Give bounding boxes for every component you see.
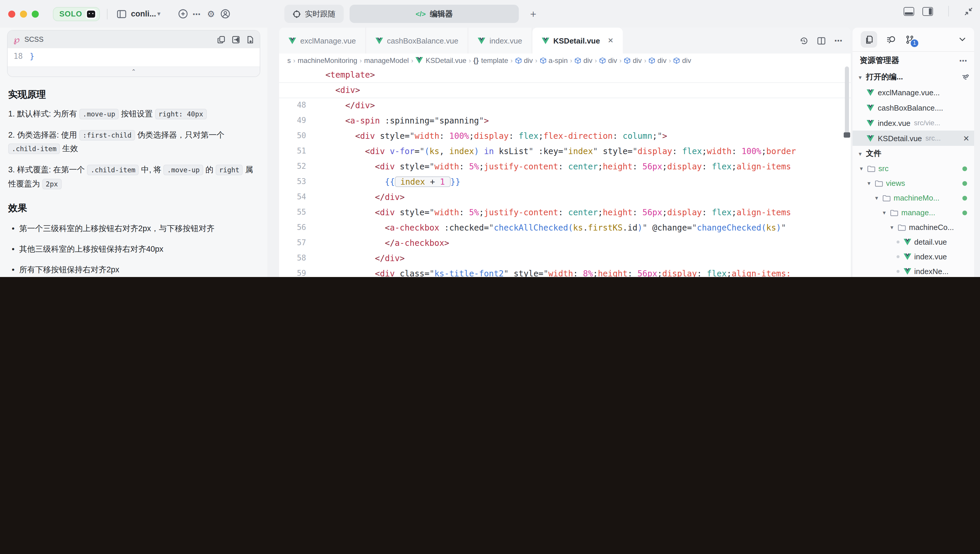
views-chevron-icon[interactable] <box>959 37 966 42</box>
tree-chevron-icon[interactable]: ▾ <box>866 180 872 187</box>
breadcrumb-separator-icon: › <box>570 57 572 64</box>
add-view-button[interactable]: ＋ <box>525 7 542 21</box>
editor-tab[interactable]: </> 编辑器 <box>350 5 519 23</box>
explorer-more-icon[interactable]: ⋯ <box>959 56 967 65</box>
code-editor[interactable]: <template> <div>48 </div>49 <a-spin :spi… <box>279 67 851 277</box>
solo-mode-badge[interactable]: SOLO <box>53 7 100 21</box>
breadcrumb-item[interactable]: div <box>599 56 617 64</box>
live-follow-tab[interactable]: 实时跟随 <box>284 5 344 23</box>
breadcrumb-separator-icon: › <box>411 57 413 64</box>
tree-item[interactable]: detail.vue <box>853 235 974 249</box>
project-name[interactable]: conli... <box>131 10 156 18</box>
breadcrumb-item[interactable]: machineMonitoring <box>298 56 357 64</box>
open-editor-item[interactable]: cashBoxBalance.... <box>853 100 974 115</box>
tree-item[interactable]: indexNe... <box>853 264 974 277</box>
tree-chevron-icon[interactable]: ▾ <box>873 195 880 201</box>
git-modified-dot <box>963 166 967 171</box>
editor-tab-label: 编辑器 <box>430 8 453 19</box>
maximize-window-button[interactable] <box>32 10 39 18</box>
code-line[interactable]: 48 </div> <box>279 97 851 113</box>
open-editor-item[interactable]: index.vuesrc/vie... <box>853 115 974 131</box>
breadcrumb-item[interactable]: div <box>673 56 691 64</box>
editor-file-tab[interactable]: KSDetail.vue✕ <box>532 28 623 54</box>
new-file-icon[interactable] <box>247 35 254 43</box>
close-tab-icon[interactable]: ✕ <box>608 37 613 45</box>
collapse-window-icon[interactable] <box>964 7 973 16</box>
vue-icon <box>904 239 911 245</box>
source-control-icon[interactable]: 1 <box>905 35 914 44</box>
editor-file-tab[interactable]: index.vue <box>468 28 532 54</box>
breadcrumb-separator-icon: › <box>469 57 471 64</box>
open-editors-filter-icon[interactable] <box>962 74 969 80</box>
tree-chevron-icon[interactable]: ▾ <box>889 224 895 230</box>
tree-item[interactable]: ▾machineMo... <box>853 190 974 205</box>
files-section[interactable]: ▾ 文件 <box>853 146 974 161</box>
toggle-right-panel-icon[interactable] <box>923 7 933 16</box>
toggle-bottom-panel-icon[interactable] <box>904 7 914 16</box>
code-line[interactable]: 52 <div style="width: 5%;justify-content… <box>279 159 851 174</box>
code-line[interactable]: 57 </a-checkbox> <box>279 235 851 251</box>
editor-file-tab[interactable]: exclManage.vue <box>279 28 366 54</box>
folder-icon <box>867 165 875 172</box>
breadcrumb-item[interactable]: div <box>649 56 667 64</box>
project-chevron-icon[interactable]: ▾ <box>157 10 161 18</box>
tab-actions: ⋯ <box>800 28 851 54</box>
code-text: </div> <box>315 189 851 205</box>
bullet-icon: • <box>12 223 14 235</box>
code-line[interactable]: 51 <div v-for="(ks, index) in ksList" :k… <box>279 144 851 159</box>
tree-item[interactable]: ▾views <box>853 176 974 190</box>
tree-chevron-icon[interactable]: ▾ <box>881 209 887 216</box>
breadcrumb-item[interactable]: a-spin <box>539 56 568 64</box>
code-line[interactable]: 56 <a-checkbox :checked="checkAllChecked… <box>279 220 851 235</box>
file-history-icon[interactable] <box>800 36 808 45</box>
tree-item-label: manage... <box>901 208 935 217</box>
solo-robot-icon <box>86 9 96 19</box>
copy-code-icon[interactable] <box>217 35 225 43</box>
open-editor-item[interactable]: KSDetail.vuesrc...✕ <box>853 131 974 146</box>
editor-more-icon[interactable]: ⋯ <box>834 36 843 45</box>
breadcrumb-item[interactable]: manageModel <box>364 56 409 64</box>
breadcrumb-item[interactable]: div <box>574 56 592 64</box>
code-line[interactable]: 49 <a-spin :spinning="spanning"> <box>279 113 851 128</box>
collapse-card-button[interactable]: ⌃ <box>8 67 260 77</box>
code-text: <div style="width: 5%;justify-content: c… <box>315 205 851 220</box>
breadcrumb-item[interactable]: KSDetail.vue <box>416 56 466 64</box>
breadcrumb-item[interactable]: div <box>515 56 533 64</box>
line-number: 58 <box>279 251 315 266</box>
close-window-button[interactable] <box>8 10 15 18</box>
breadcrumb-item[interactable]: div <box>624 56 642 64</box>
layout-sidebar-icon[interactable] <box>115 7 129 21</box>
tree-item[interactable]: ▾machineCo... <box>853 220 974 235</box>
sticky-code-line: <div> <box>279 82 851 97</box>
vertical-scrollbar[interactable] <box>845 67 849 137</box>
open-editors-section[interactable]: ▾ 打开的编... <box>853 69 974 85</box>
editor-file-tab[interactable]: cashBoxBalance.vue <box>366 28 468 54</box>
split-editor-icon[interactable] <box>817 37 826 45</box>
code-line[interactable]: 59 <div class="ks-title-font2" style="wi… <box>279 266 851 277</box>
tree-item[interactable]: ▾src <box>853 161 974 176</box>
insert-code-icon[interactable] <box>232 35 240 43</box>
settings-gear-icon[interactable]: ⚙ <box>204 7 218 21</box>
code-line[interactable]: 54 </div> <box>279 189 851 205</box>
account-avatar-icon[interactable] <box>218 7 232 21</box>
tree-item[interactable]: ▾manage... <box>853 205 974 220</box>
more-actions-icon[interactable]: ⋯ <box>190 7 204 21</box>
inline-code-chip: 2px <box>42 179 62 189</box>
close-editor-icon[interactable]: ✕ <box>963 134 969 143</box>
breadcrumb-separator-icon: › <box>535 57 537 64</box>
code-line[interactable]: 55 <div style="width: 5%;justify-content… <box>279 205 851 220</box>
breadcrumb-item[interactable]: {}template <box>473 56 508 64</box>
tree-item-label: machineCo... <box>909 223 954 232</box>
tree-chevron-icon[interactable]: ▾ <box>858 165 864 172</box>
files-view-icon[interactable] <box>861 31 877 48</box>
minimize-window-button[interactable] <box>20 10 27 18</box>
breadcrumb-item[interactable]: s <box>287 56 291 64</box>
search-view-icon[interactable] <box>886 35 896 44</box>
vue-icon <box>904 254 911 260</box>
open-editor-item[interactable]: exclManage.vue... <box>853 85 974 100</box>
code-line[interactable]: 53 {{ index + 1 }} <box>279 174 851 189</box>
code-line[interactable]: 58 </div> <box>279 251 851 266</box>
new-chat-icon[interactable] <box>176 7 190 21</box>
tree-item[interactable]: index.vue <box>853 249 974 264</box>
code-line[interactable]: 50 <div style="width: 100%;display: flex… <box>279 128 851 144</box>
